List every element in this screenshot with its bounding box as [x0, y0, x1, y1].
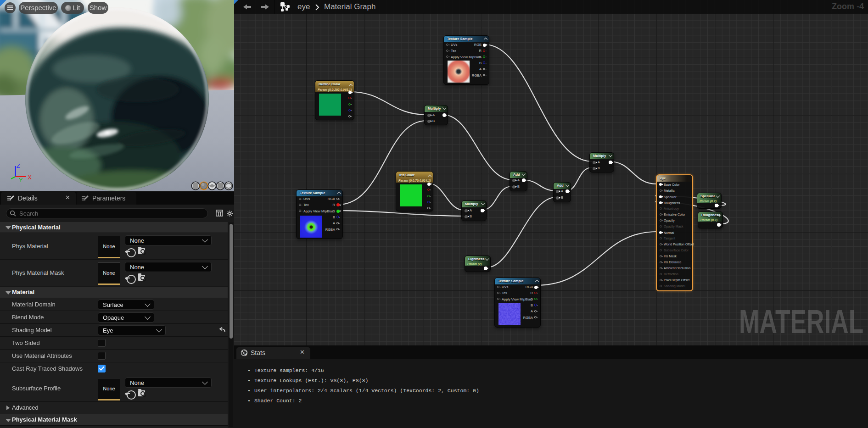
- svg-text:Z: Z: [17, 162, 20, 169]
- svg-text:X: X: [28, 174, 32, 181]
- svg-text:Y: Y: [19, 177, 23, 183]
